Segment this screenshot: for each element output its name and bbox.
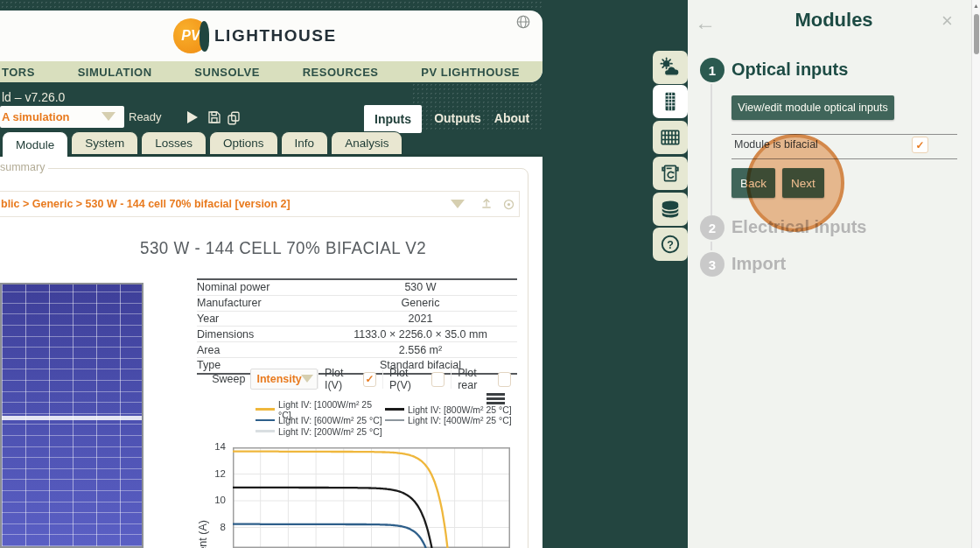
- globe-icon[interactable]: [515, 14, 531, 30]
- sun-cloud-icon: [659, 56, 682, 79]
- plot-option-checkbox[interactable]: [498, 372, 511, 387]
- legend-item: Light IV: [600W/m² 25 °C]: [256, 416, 385, 425]
- sidebar-tab-help[interactable]: ?: [653, 228, 688, 261]
- public-globe-button[interactable]: [498, 191, 520, 217]
- y-tick: 10: [205, 495, 226, 505]
- plot-option: Plot I(V): [318, 369, 382, 389]
- spec-row: Area2.556 m²: [197, 342, 517, 358]
- tab-system[interactable]: System: [71, 131, 138, 154]
- scrollbar-up-icon[interactable]: ▲: [973, 3, 979, 9]
- sidebar-tab-database[interactable]: [653, 193, 688, 226]
- fieldset-legend: summary: [0, 161, 48, 173]
- tab-analysis[interactable]: Analysis: [331, 131, 402, 154]
- tab-options[interactable]: Options: [209, 131, 278, 154]
- legend-label: Light IV: [800W/m² 25 °C]: [408, 404, 512, 415]
- spec-label: Manufacturer: [197, 297, 324, 309]
- spec-label: Year: [197, 313, 324, 325]
- plot-option-label: Plot rear: [458, 367, 493, 391]
- tab-module[interactable]: Module: [2, 131, 68, 157]
- nav-item-resources[interactable]: RESOURCES: [303, 66, 379, 79]
- chart-legend: Light IV: [1000W/m² 25 °C]Light IV: [800…: [256, 404, 525, 436]
- legend-swatch: [385, 408, 404, 411]
- sweep-controls: Sweep Intensity Plot I(V)Plot P(V)Plot r…: [197, 369, 517, 390]
- legend-label: Light IV: [200W/m² 25 °C]: [278, 426, 382, 437]
- click-highlight-circle: [746, 134, 844, 232]
- site-header: PV LIGHTHOUSE TORSSIMULATIONSUNSOLVERESO…: [0, 11, 542, 82]
- nav-item-sunsolve[interactable]: SUNSOLVE: [194, 66, 260, 79]
- spec-row: Nominal power530 W: [197, 280, 517, 296]
- plot-option-checkbox[interactable]: [431, 372, 444, 387]
- sidebar-tab-weather[interactable]: [653, 51, 688, 84]
- panel-scrollbar[interactable]: ▲: [971, 0, 980, 548]
- simulation-dropdown[interactable]: A simulation: [0, 106, 124, 128]
- dropdown-icon: [451, 200, 465, 208]
- sweep-dropdown[interactable]: Intensity: [250, 369, 317, 390]
- spec-value: 2021: [324, 313, 517, 325]
- status-text: Ready: [129, 110, 162, 123]
- spec-label: Nominal power: [197, 281, 324, 293]
- y-tick: 12: [205, 468, 226, 479]
- step-1-label[interactable]: Optical inputs: [732, 60, 848, 80]
- play-icon[interactable]: [187, 111, 198, 123]
- panel-title: Modules: [688, 9, 980, 32]
- plot-option-label: Plot I(V): [325, 367, 358, 391]
- legend-swatch: [256, 430, 275, 432]
- bifacial-checkbox[interactable]: [912, 137, 928, 153]
- nav-item-tors[interactable]: TORS: [2, 66, 35, 79]
- version-text: ld – v7.26.0: [2, 90, 65, 104]
- breadcrumb: blic > Generic > 530 W - 144 cell 70% bi…: [1, 198, 290, 210]
- legend-item: Light IV: [1000W/m² 25 °C]: [256, 404, 385, 414]
- pv-lighthouse-logo[interactable]: PV LIGHTHOUSE: [173, 18, 337, 53]
- module-spec-table: Nominal power530 WManufacturerGenericYea…: [197, 278, 517, 375]
- module-half-cut-strip: [2, 416, 142, 420]
- plot-option-checkbox[interactable]: [363, 372, 376, 387]
- spec-label: Dimensions: [197, 328, 324, 341]
- view-edit-optical-inputs-button[interactable]: View/edit module optical inputs: [732, 95, 894, 120]
- y-tick: 14: [205, 441, 226, 452]
- nav-item-pv-lighthouse[interactable]: PV LIGHTHOUSE: [421, 66, 520, 79]
- sidebar-tab-inverter[interactable]: [653, 157, 688, 190]
- plot-option-label: Plot P(V): [389, 367, 426, 391]
- view-tab-about[interactable]: About: [486, 111, 537, 125]
- iv-chart: [233, 447, 510, 548]
- nav-item-simulation[interactable]: SIMULATION: [78, 66, 152, 79]
- tab-losses[interactable]: Losses: [141, 131, 206, 154]
- close-icon[interactable]: ×: [942, 10, 953, 32]
- chevron-down-icon: [301, 375, 313, 383]
- save-icon[interactable]: [206, 109, 222, 125]
- view-tab-outputs[interactable]: Outputs: [430, 111, 485, 125]
- legend-swatch: [256, 408, 275, 411]
- spec-row: Year2021: [197, 312, 517, 327]
- sidebar-tab-modules[interactable]: [653, 85, 688, 118]
- sidebar-tab-array[interactable]: [653, 121, 688, 154]
- step-3-label[interactable]: Import: [732, 254, 786, 274]
- upload-button[interactable]: [474, 191, 499, 217]
- pv-logo-icon: PV: [173, 18, 208, 53]
- svg-text:?: ?: [667, 239, 674, 251]
- spec-value: 2.556 m²: [324, 344, 517, 356]
- sweep-label: Sweep: [197, 373, 250, 385]
- spec-value: 530 W: [324, 281, 517, 293]
- step-2-number[interactable]: 2: [700, 215, 724, 240]
- scrollbar-thumb[interactable]: [974, 14, 979, 54]
- spec-row: Dimensions1133.0 × 2256.0 × 35.0 mm: [197, 327, 517, 342]
- legend-swatch: [385, 419, 404, 422]
- plot-option: Plot P(V): [382, 369, 451, 389]
- site-navbar: TORSSIMULATIONSUNSOLVERESOURCESPV LIGHTH…: [0, 61, 542, 82]
- legend-label: Light IV: [400W/m² 25 °C]: [408, 415, 512, 425]
- step-3-number[interactable]: 3: [700, 252, 724, 277]
- step-connector: [710, 242, 712, 250]
- view-tab-inputs[interactable]: Inputs: [364, 105, 422, 133]
- step-1-number[interactable]: 1: [700, 58, 724, 82]
- module-breadcrumb-dropdown[interactable]: blic > Generic > 530 W - 144 cell 70% bi…: [0, 191, 476, 217]
- divider: [732, 134, 957, 135]
- legend-swatch: [256, 419, 275, 422]
- database-icon: [659, 198, 682, 221]
- module-title: 530 W - 144 CELL 70% BIFACIAL V2: [140, 238, 426, 258]
- copy-icon[interactable]: [226, 110, 242, 126]
- help-icon: ?: [659, 233, 682, 256]
- spec-value: Generic: [324, 297, 517, 309]
- tab-info[interactable]: Info: [281, 131, 329, 154]
- legend-item: Light IV: [200W/m² 25 °C]: [256, 426, 385, 436]
- app-window: PV LIGHTHOUSE TORSSIMULATIONSUNSOLVERESO…: [0, 0, 980, 548]
